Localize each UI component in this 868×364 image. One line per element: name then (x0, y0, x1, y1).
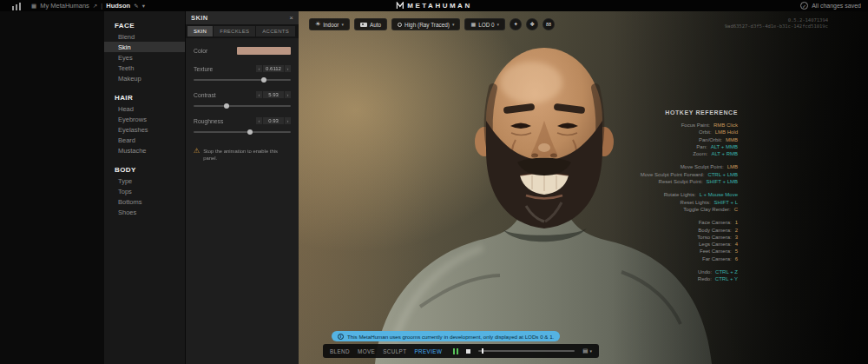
save-status-text: All changes saved (812, 3, 861, 9)
section-title-face: FACE (104, 20, 185, 31)
tab-freckles[interactable]: FRECKLES (214, 26, 255, 36)
hotkey-row: Pan:ALT + MMB (641, 143, 738, 150)
sidebar-item-teeth[interactable]: Teeth (104, 63, 185, 73)
chevron-down-icon: ▾ (589, 348, 592, 354)
hotkey-row: Orbit:LMB Hold (641, 129, 738, 136)
sidebar-item-tops[interactable]: Tops (104, 186, 185, 196)
diamond-icon: ❖ (529, 21, 535, 28)
texture-slider-handle[interactable] (261, 77, 266, 83)
sidebar-item-eyelashes[interactable]: Eyelashes (104, 124, 185, 135)
breadcrumb-separator: | (101, 2, 102, 10)
sidebar-item-type[interactable]: Type (104, 175, 185, 186)
hotkey-row: Body Camera:2 (641, 227, 738, 234)
increment-button[interactable]: › (285, 117, 291, 124)
contrast-slider-track[interactable] (194, 102, 291, 109)
sidebar-item-skin[interactable]: Skin (104, 42, 185, 52)
roughness-stepper: ‹ 0.93 › (256, 117, 291, 124)
color-row: Color (194, 47, 291, 55)
hotkey-group: Move Sculpt Point:LMB Move Sculpt Point … (641, 163, 738, 185)
environment-button[interactable]: ☀ Indoor ▾ (309, 18, 350, 30)
quality-button[interactable]: High (Ray Traced) ▾ (391, 18, 460, 30)
roughness-value[interactable]: 0.93 (263, 117, 284, 124)
auto-camera-label: Auto (370, 22, 381, 28)
playhead[interactable] (482, 348, 483, 354)
hotkey-row: Feet Camera:5 (641, 248, 738, 255)
app-root: ▦ My MetaHumans ↗ | Hudson ✎ ▾ METAHUMAN… (0, 0, 868, 364)
decrement-button[interactable]: ‹ (256, 65, 262, 72)
chevron-down-icon[interactable]: ▾ (142, 3, 145, 10)
chevron-down-icon: ▾ (452, 22, 455, 27)
list-icon: ▤ (582, 347, 588, 354)
groom-tool-button[interactable]: ❖ (526, 18, 538, 30)
tab-skin[interactable]: SKIN (187, 26, 213, 36)
grid-icon: ▦ (31, 3, 36, 10)
sidebar-item-eyes[interactable]: Eyes (104, 52, 185, 63)
sidebar-item-bottoms[interactable]: Bottoms (104, 196, 185, 207)
character-name: Hudson (106, 2, 130, 10)
skin-color-swatch[interactable] (237, 47, 291, 55)
sidebar-item-shoes[interactable]: Shoes (104, 207, 185, 217)
lod-button[interactable]: ▦ LOD 0 ▾ (464, 18, 505, 30)
increment-button[interactable]: › (285, 65, 291, 72)
texture-value[interactable]: 0.6112 (263, 65, 284, 72)
roughness-label: Roughness (194, 118, 223, 124)
sphere-icon (398, 23, 402, 27)
panel-warning: ⚠ Stop the animation to enable this pane… (194, 148, 291, 162)
texture-slider-track[interactable] (194, 76, 291, 83)
hotkey-group: Focus Paint:RMB Click Orbit:LMB Hold Pan… (641, 122, 738, 157)
tab-preview[interactable]: PREVIEW (414, 348, 442, 354)
hotkey-row: Focus Paint:RMB Click (641, 122, 738, 129)
playback-settings-button[interactable]: ▤ ▾ (582, 347, 592, 354)
lod-label: LOD 0 (478, 22, 494, 28)
sidebar-item-beard[interactable]: Beard (104, 135, 185, 145)
wand-tool-button[interactable]: ✦ (510, 18, 522, 30)
camera-icon (360, 23, 367, 27)
sidebar-item-mustache[interactable]: Mustache (104, 145, 185, 156)
external-link-icon[interactable]: ↗ (93, 3, 97, 10)
increment-button[interactable]: › (285, 91, 291, 98)
sidebar-item-eyebrows[interactable]: Eyebrows (104, 114, 185, 124)
section-title-hair: HAIR (104, 92, 185, 103)
sun-icon: ☀ (315, 22, 320, 27)
close-icon[interactable]: × (289, 14, 293, 22)
panel-tabs: SKIN FRECKLES ACCENTS (186, 24, 299, 38)
decrement-button[interactable]: ‹ (256, 91, 262, 98)
hotkey-group: Rotate Lights:L + Mouse Move Reset Light… (641, 191, 738, 213)
viewport-vignette (299, 11, 868, 364)
viewport-3d[interactable]: ☀ Indoor ▾ Auto High (Ray Traced) ▾ ▦ LO… (299, 11, 868, 364)
tab-accents[interactable]: ACCENTS (256, 26, 295, 36)
contrast-value[interactable]: 5.93 (263, 91, 284, 98)
hotkey-reference: HOTKEY REFERENCE Focus Paint:RMB Click O… (641, 109, 738, 289)
decrement-button[interactable]: ‹ (256, 117, 262, 124)
warning-text: Stop the animation to enable this panel. (203, 148, 291, 162)
hotkey-row: Legs Camera:4 (641, 241, 738, 248)
hotkey-group: Undo:CTRL + Z Redo:CTRL + Y (641, 268, 738, 283)
top-bar: ▦ My MetaHumans ↗ | Hudson ✎ ▾ METAHUMAN… (0, 0, 868, 11)
breadcrumb-root[interactable]: My MetaHumans (40, 2, 89, 10)
sidebar-item-head[interactable]: Head (104, 103, 185, 114)
pause-button[interactable] (453, 348, 458, 354)
hotkey-row: Torso Camera:3 (641, 234, 738, 241)
texture-row: Texture ‹ 0.6112 › (194, 65, 291, 83)
timeline-scrubber[interactable] (478, 347, 575, 354)
stop-button[interactable] (466, 349, 470, 354)
roughness-slider-track[interactable] (194, 128, 291, 136)
edit-pencil-icon[interactable]: ✎ (134, 3, 138, 10)
tab-move[interactable]: MOVE (358, 348, 375, 354)
sidebar-item-makeup[interactable]: Makeup (104, 73, 185, 83)
sidebar-item-blend[interactable]: Blend (104, 31, 185, 42)
environment-label: Indoor (323, 22, 339, 28)
bar-chart-icon[interactable] (12, 3, 23, 10)
hotkey-group: Face Camera:1 Body Camera:2 Torso Camera… (641, 219, 738, 262)
contrast-slider-handle[interactable] (224, 103, 229, 109)
contrast-row: Contrast ‹ 5.93 › (194, 91, 291, 109)
category-sidebar: FACE Blend Skin Eyes Teeth Makeup HAIR H… (104, 11, 185, 364)
tab-blend[interactable]: BLEND (330, 348, 350, 354)
counter-badge[interactable]: 88 (542, 18, 555, 30)
contrast-stepper: ‹ 5.93 › (256, 91, 291, 98)
hotkey-row: Undo:CTRL + Z (641, 268, 738, 275)
hotkey-row: Redo:CTRL + Y (641, 275, 738, 282)
auto-camera-button[interactable]: Auto (354, 18, 387, 30)
roughness-slider-handle[interactable] (247, 129, 253, 135)
tab-sculpt[interactable]: SCULPT (383, 348, 406, 354)
